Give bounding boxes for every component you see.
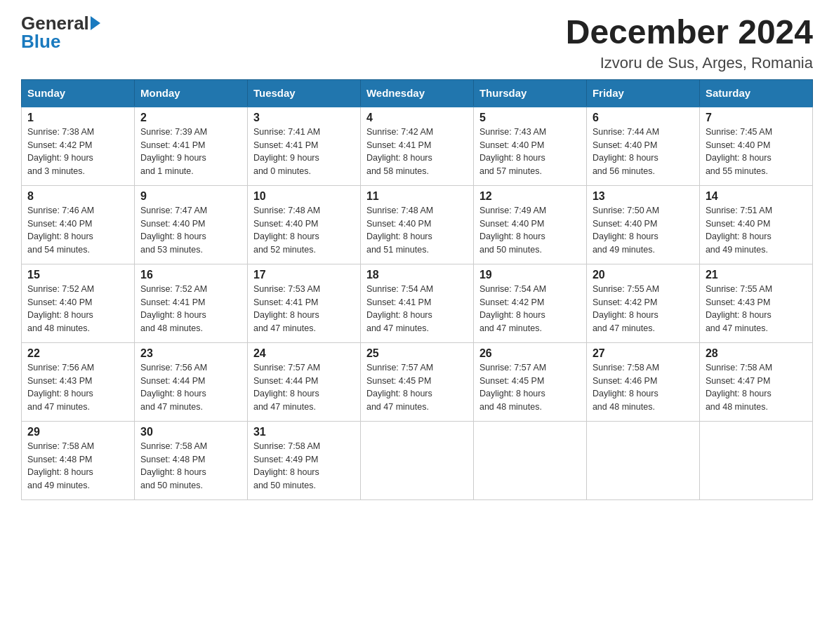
- daylight-line1: Daylight: 8 hours: [593, 387, 694, 401]
- sunset-text: Sunset: 4:40 PM: [27, 296, 128, 309]
- daylight-line1: Daylight: 8 hours: [479, 309, 581, 322]
- sunrise-text: Sunrise: 7:45 AM: [706, 126, 807, 139]
- day-cell: 27Sunrise: 7:58 AMSunset: 4:46 PMDayligh…: [586, 342, 699, 421]
- day-info: Sunrise: 7:52 AMSunset: 4:41 PMDaylight:…: [140, 283, 241, 335]
- page-header: General Blue December 2024 Izvoru de Sus…: [21, 14, 813, 72]
- sunset-text: Sunset: 4:43 PM: [706, 296, 807, 309]
- daylight-line1: Daylight: 8 hours: [593, 152, 694, 165]
- day-number: 20: [593, 269, 694, 281]
- week-row-1: 1Sunrise: 7:38 AMSunset: 4:42 PMDaylight…: [22, 107, 813, 186]
- sunset-text: Sunset: 4:41 PM: [253, 296, 355, 309]
- sunset-text: Sunset: 4:44 PM: [140, 375, 241, 388]
- day-cell: [699, 421, 812, 499]
- daylight-line1: Daylight: 8 hours: [27, 309, 128, 322]
- day-cell: 13Sunrise: 7:50 AMSunset: 4:40 PMDayligh…: [586, 185, 699, 264]
- day-cell: 31Sunrise: 7:58 AMSunset: 4:49 PMDayligh…: [247, 421, 360, 499]
- sunset-text: Sunset: 4:45 PM: [366, 375, 468, 388]
- daylight-line2: and 48 minutes.: [479, 401, 581, 414]
- sunset-text: Sunset: 4:42 PM: [479, 296, 581, 309]
- day-number: 18: [366, 269, 468, 281]
- daylight-line1: Daylight: 8 hours: [706, 387, 807, 401]
- sunrise-text: Sunrise: 7:48 AM: [253, 204, 355, 217]
- daylight-line1: Daylight: 8 hours: [366, 152, 468, 165]
- sunrise-text: Sunrise: 7:51 AM: [706, 204, 807, 217]
- day-info: Sunrise: 7:55 AMSunset: 4:43 PMDaylight:…: [706, 283, 807, 335]
- day-info: Sunrise: 7:38 AMSunset: 4:42 PMDaylight:…: [27, 126, 128, 178]
- daylight-line1: Daylight: 8 hours: [140, 466, 241, 479]
- daylight-line2: and 47 minutes.: [479, 322, 581, 335]
- day-cell: 25Sunrise: 7:57 AMSunset: 4:45 PMDayligh…: [360, 342, 473, 421]
- day-info: Sunrise: 7:48 AMSunset: 4:40 PMDaylight:…: [366, 204, 468, 257]
- day-number: 22: [27, 347, 128, 360]
- day-cell: 23Sunrise: 7:56 AMSunset: 4:44 PMDayligh…: [134, 342, 247, 421]
- sunset-text: Sunset: 4:41 PM: [366, 296, 468, 309]
- header-wednesday: Wednesday: [360, 79, 473, 107]
- day-info: Sunrise: 7:56 AMSunset: 4:44 PMDaylight:…: [140, 361, 241, 414]
- sunrise-text: Sunrise: 7:55 AM: [706, 283, 807, 296]
- sunrise-text: Sunrise: 7:52 AM: [140, 283, 241, 296]
- daylight-line1: Daylight: 8 hours: [479, 230, 581, 243]
- day-info: Sunrise: 7:58 AMSunset: 4:46 PMDaylight:…: [593, 361, 694, 414]
- logo-general-text: General: [21, 14, 89, 32]
- sunset-text: Sunset: 4:41 PM: [253, 139, 355, 152]
- sunrise-text: Sunrise: 7:54 AM: [479, 283, 581, 296]
- day-number: 7: [706, 112, 807, 124]
- sunrise-text: Sunrise: 7:53 AM: [253, 283, 355, 296]
- week-row-3: 15Sunrise: 7:52 AMSunset: 4:40 PMDayligh…: [22, 264, 813, 342]
- day-number: 28: [706, 347, 807, 360]
- sunset-text: Sunset: 4:49 PM: [253, 453, 355, 467]
- daylight-line1: Daylight: 8 hours: [479, 387, 581, 401]
- day-info: Sunrise: 7:41 AMSunset: 4:41 PMDaylight:…: [253, 126, 355, 178]
- daylight-line2: and 52 minutes.: [253, 243, 355, 257]
- daylight-line2: and 47 minutes.: [253, 401, 355, 414]
- sunrise-text: Sunrise: 7:57 AM: [253, 361, 355, 375]
- sunset-text: Sunset: 4:45 PM: [479, 375, 581, 388]
- day-number: 16: [140, 269, 241, 281]
- sunrise-text: Sunrise: 7:43 AM: [479, 126, 581, 139]
- daylight-line1: Daylight: 8 hours: [706, 309, 807, 322]
- sunset-text: Sunset: 4:42 PM: [593, 296, 694, 309]
- sunrise-text: Sunrise: 7:55 AM: [593, 283, 694, 296]
- day-info: Sunrise: 7:42 AMSunset: 4:41 PMDaylight:…: [366, 126, 468, 178]
- day-number: 3: [253, 112, 355, 124]
- daylight-line2: and 48 minutes.: [140, 322, 241, 335]
- day-info: Sunrise: 7:58 AMSunset: 4:48 PMDaylight:…: [27, 440, 128, 492]
- day-cell: 24Sunrise: 7:57 AMSunset: 4:44 PMDayligh…: [247, 342, 360, 421]
- day-number: 17: [253, 269, 355, 281]
- day-cell: 22Sunrise: 7:56 AMSunset: 4:43 PMDayligh…: [22, 342, 135, 421]
- daylight-line2: and 48 minutes.: [706, 401, 807, 414]
- day-number: 15: [27, 269, 128, 281]
- daylight-line2: and 51 minutes.: [366, 243, 468, 257]
- sunrise-text: Sunrise: 7:50 AM: [593, 204, 694, 217]
- sunrise-text: Sunrise: 7:56 AM: [27, 361, 128, 375]
- header-friday: Friday: [586, 79, 699, 107]
- day-number: 24: [253, 347, 355, 360]
- day-number: 9: [140, 190, 241, 203]
- day-number: 12: [479, 190, 581, 203]
- daylight-line2: and 3 minutes.: [27, 165, 128, 178]
- sunrise-text: Sunrise: 7:42 AM: [366, 126, 468, 139]
- daylight-line2: and 47 minutes.: [593, 322, 694, 335]
- day-cell: 9Sunrise: 7:47 AMSunset: 4:40 PMDaylight…: [134, 185, 247, 264]
- daylight-line2: and 47 minutes.: [140, 401, 241, 414]
- day-cell: 7Sunrise: 7:45 AMSunset: 4:40 PMDaylight…: [699, 107, 812, 186]
- sunrise-text: Sunrise: 7:57 AM: [479, 361, 581, 375]
- day-cell: 29Sunrise: 7:58 AMSunset: 4:48 PMDayligh…: [22, 421, 135, 499]
- day-info: Sunrise: 7:50 AMSunset: 4:40 PMDaylight:…: [593, 204, 694, 257]
- daylight-line1: Daylight: 9 hours: [253, 152, 355, 165]
- day-cell: 20Sunrise: 7:55 AMSunset: 4:42 PMDayligh…: [586, 264, 699, 342]
- daylight-line2: and 57 minutes.: [479, 165, 581, 178]
- daylight-line1: Daylight: 8 hours: [366, 230, 468, 243]
- sunrise-text: Sunrise: 7:48 AM: [366, 204, 468, 217]
- daylight-line1: Daylight: 8 hours: [706, 230, 807, 243]
- day-info: Sunrise: 7:47 AMSunset: 4:40 PMDaylight:…: [140, 204, 241, 257]
- day-number: 25: [366, 347, 468, 360]
- location-title: Izvoru de Sus, Arges, Romania: [566, 54, 813, 72]
- daylight-line2: and 47 minutes.: [366, 401, 468, 414]
- daylight-line1: Daylight: 8 hours: [27, 387, 128, 401]
- day-cell: 28Sunrise: 7:58 AMSunset: 4:47 PMDayligh…: [699, 342, 812, 421]
- sunrise-text: Sunrise: 7:58 AM: [706, 361, 807, 375]
- daylight-line1: Daylight: 8 hours: [366, 309, 468, 322]
- daylight-line2: and 47 minutes.: [253, 322, 355, 335]
- day-number: 31: [253, 426, 355, 438]
